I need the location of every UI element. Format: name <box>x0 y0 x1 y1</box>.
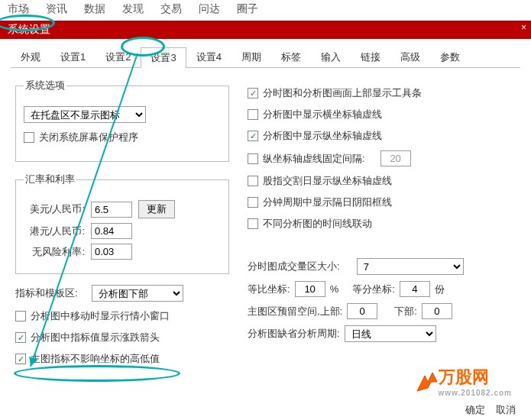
checkbox-time-link[interactable] <box>248 218 258 229</box>
menu-item[interactable]: 问达 <box>199 2 220 16</box>
tab-strip: 外观 设置1 设置2 设置3 设置4 周期 标签 输入 链接 高级 参数 <box>0 39 531 67</box>
tab-params[interactable]: 参数 <box>430 47 470 67</box>
pct-sign: % <box>330 283 339 295</box>
checkbox-vline[interactable] <box>248 131 258 141</box>
label-minute-yinyang: 分钟周期中显示隔日阴阳框线 <box>263 195 392 209</box>
label-hkd: 港元/人民币: <box>24 225 85 238</box>
label-eq-div: 等分坐标: <box>352 283 395 296</box>
label-reserve: 主图区预留空间,上部: <box>248 305 342 318</box>
ok-button[interactable]: 确定 <box>465 403 485 417</box>
label-arrow: 分析图中指标值显示涨跌箭头 <box>31 331 160 344</box>
menu-item[interactable]: 市场 <box>8 2 29 16</box>
label-reserve-bot: 下部: <box>394 305 417 318</box>
checkbox-hline[interactable] <box>248 109 258 120</box>
tab-appearance[interactable]: 外观 <box>11 47 50 67</box>
checkbox-minute-yinyang[interactable] <box>248 197 258 208</box>
main-menu: 市场 资讯 数据 发现 交易 问达 圈子 <box>0 0 531 21</box>
checkbox-index-delivery[interactable] <box>248 176 258 186</box>
input-hkd[interactable] <box>91 223 132 239</box>
tab-advanced[interactable]: 高级 <box>390 47 430 67</box>
legend-rates: 汇率和利率 <box>24 173 76 186</box>
label-screensaver: 关闭系统屏幕保护程序 <box>39 131 138 144</box>
tab-settings4[interactable]: 设置4 <box>186 47 232 67</box>
menu-item[interactable]: 资讯 <box>46 2 67 16</box>
label-move-quote: 分析图中移动时显示行情小窗口 <box>31 309 170 323</box>
group-rates: 汇率和利率 美元/人民币: 更新 港元/人民币: 无风险利率: <box>15 173 229 274</box>
label-time-link: 不同分析图的时间线联动 <box>263 217 372 231</box>
input-reserve-bot[interactable] <box>422 303 452 319</box>
default-period-select[interactable]: 日线 <box>345 325 436 342</box>
label-main-indicator: 主图指标不影响坐标的高低值 <box>31 352 160 366</box>
tab-settings3[interactable]: 设置3 <box>141 47 186 68</box>
vol-area-select[interactable]: 7 <box>357 258 464 275</box>
checkbox-fix-interval[interactable] <box>248 153 258 164</box>
label-toolbar: 分时图和分析图画面上部显示工具条 <box>263 86 422 100</box>
checkbox-arrow[interactable] <box>15 332 26 343</box>
dialog-title: 系统设置 <box>8 23 50 35</box>
input-usd[interactable] <box>91 202 132 218</box>
label-eq-ratio: 等比坐标: <box>248 283 290 296</box>
input-riskfree[interactable] <box>91 244 132 260</box>
menu-item[interactable]: 发现 <box>122 2 144 16</box>
tab-input[interactable]: 输入 <box>311 47 351 67</box>
input-eq-ratio[interactable] <box>295 281 325 297</box>
input-fix-interval <box>380 150 411 166</box>
menu-item[interactable]: 圈子 <box>237 2 258 16</box>
tab-label[interactable]: 标签 <box>271 47 311 67</box>
label-vol-area: 分时图成交量区大小: <box>248 260 340 273</box>
checkbox-move-quote[interactable] <box>15 311 26 321</box>
menu-item[interactable]: 数据 <box>84 2 105 16</box>
dialog-titlebar: 系统设置 × <box>0 21 531 39</box>
close-icon[interactable]: × <box>521 22 526 33</box>
legend-system-options: 系统选项 <box>24 79 66 92</box>
checkbox-toolbar[interactable] <box>248 88 258 99</box>
cancel-button[interactable]: 取消 <box>496 403 516 417</box>
group-system-options: 系统选项 在托盘区不显示图标 关闭系统屏幕保护程序 <box>15 79 229 162</box>
tab-link[interactable]: 链接 <box>351 47 390 67</box>
tab-period[interactable]: 周期 <box>232 47 271 67</box>
indicator-template-select[interactable]: 分析图下部 <box>92 285 183 302</box>
checkbox-screensaver[interactable] <box>24 132 34 143</box>
menu-item[interactable]: 交易 <box>160 2 182 16</box>
input-eq-div[interactable] <box>400 281 430 297</box>
label-riskfree: 无风险利率: <box>24 245 85 259</box>
tab-settings1[interactable]: 设置1 <box>50 47 96 67</box>
checkbox-main-indicator[interactable] <box>15 354 26 364</box>
label-vline: 分析图中显示纵坐标轴虚线 <box>263 129 382 143</box>
label-indicator-template: 指标和模板区: <box>15 286 92 300</box>
label-fix-interval: 纵坐标轴虚线固定间隔: <box>263 152 365 166</box>
label-index-delivery: 股指交割日显示纵坐标轴虚线 <box>263 174 392 188</box>
tray-icon-select[interactable]: 在托盘区不显示图标 <box>24 106 146 123</box>
unit-fen: 份 <box>435 283 445 296</box>
label-hline: 分析图中显示横坐标轴虚线 <box>263 108 382 121</box>
update-button[interactable]: 更新 <box>138 200 175 218</box>
label-usd: 美元/人民币: <box>24 202 85 216</box>
input-reserve-top[interactable] <box>347 303 377 319</box>
label-default-period: 分析图缺省分析周期: <box>248 327 340 341</box>
tab-settings2[interactable]: 设置2 <box>96 47 141 67</box>
